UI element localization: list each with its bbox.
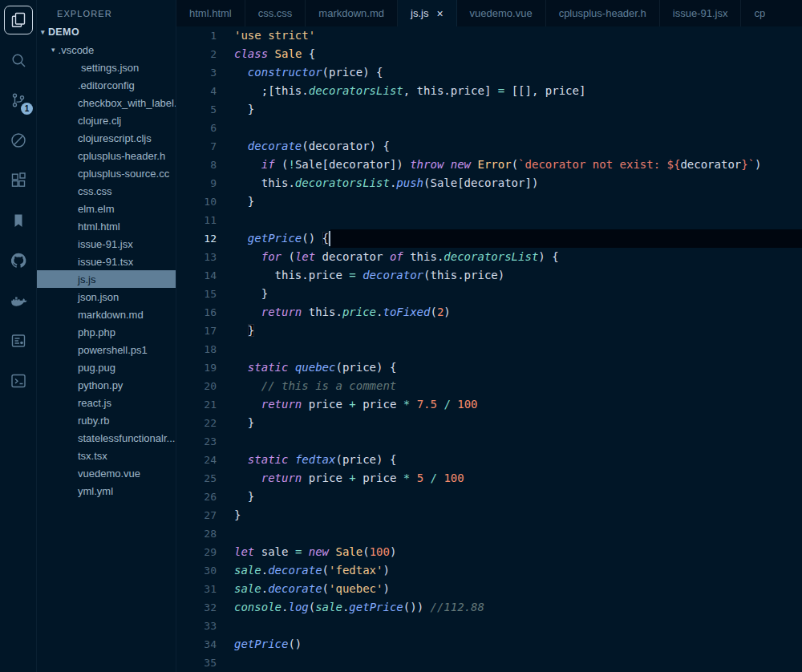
chevron-down-icon[interactable]: ▾: [41, 28, 45, 36]
code-line-text[interactable]: for (let decorator of this.decoratorsLis…: [234, 248, 559, 266]
code-line[interactable]: 23: [176, 432, 802, 451]
tab-css.css[interactable]: css.css: [245, 0, 306, 26]
code-line[interactable]: 27}: [176, 506, 802, 524]
tree-item[interactable]: clojurescript.cljs: [37, 129, 176, 147]
tree-item[interactable]: python.py: [37, 376, 176, 394]
code-line[interactable]: 3 constructor(price) {: [176, 63, 802, 82]
line-number[interactable]: 1: [176, 26, 234, 45]
tree-item[interactable]: .editorconfig: [37, 76, 176, 94]
code-line[interactable]: 14 this.price = decorator(this.price): [176, 266, 802, 285]
line-number[interactable]: 17: [176, 322, 234, 340]
tree-item[interactable]: yml.yml: [37, 482, 176, 500]
code-line-text[interactable]: let sale = new Sale(100): [234, 543, 396, 561]
tree-item[interactable]: pug.pug: [37, 358, 176, 376]
code-line-text[interactable]: console.log(sale.getPrice()) //112.88: [234, 598, 484, 617]
line-number[interactable]: 3: [176, 63, 234, 82]
notebook-icon[interactable]: [0, 321, 36, 361]
code-line-text[interactable]: sale.decorate('fedtax'): [234, 561, 390, 580]
line-number[interactable]: 32: [176, 598, 234, 617]
code-line-text[interactable]: }: [234, 414, 254, 432]
tree-item[interactable]: clojure.clj: [37, 111, 176, 129]
line-number[interactable]: 28: [176, 524, 234, 543]
tree-item[interactable]: checkbox_with_label...: [37, 94, 176, 111]
code-line-text[interactable]: static quebec(price) {: [234, 358, 396, 377]
code-line[interactable]: 2class Sale {: [176, 45, 802, 63]
line-number[interactable]: 30: [176, 561, 234, 580]
code-line[interactable]: 15 }: [176, 285, 802, 303]
code-line[interactable]: 16 return this.price.toFixed(2): [176, 303, 802, 322]
code-line-text[interactable]: ;[this.decoratorsList, this.price] = [[]…: [234, 82, 585, 100]
tab-js.js[interactable]: js.js×: [398, 0, 457, 26]
line-number[interactable]: 19: [176, 358, 234, 377]
code-line-text[interactable]: class Sale {: [234, 45, 315, 63]
line-number[interactable]: 14: [176, 266, 234, 285]
code-line[interactable]: 12 getPrice() {: [176, 229, 802, 248]
tree-item[interactable]: tsx.tsx: [37, 447, 176, 464]
circle-slash-icon[interactable]: [0, 120, 36, 160]
code-line[interactable]: 19 static quebec(price) {: [176, 358, 802, 377]
tab-issue-91.jsx[interactable]: issue-91.jsx: [660, 0, 742, 26]
tree-item[interactable]: powershell.ps1: [37, 341, 176, 358]
code-line[interactable]: 33: [176, 617, 802, 635]
code-line[interactable]: 20 // this is a comment: [176, 377, 802, 395]
code-line[interactable]: 28: [176, 524, 802, 543]
code-line-text[interactable]: // this is a comment: [234, 377, 396, 395]
search-icon[interactable]: [0, 40, 36, 80]
tab-close-icon[interactable]: ×: [436, 8, 443, 19]
tree-item[interactable]: react.js: [37, 394, 176, 411]
line-number[interactable]: 13: [176, 248, 234, 266]
line-number[interactable]: 23: [176, 432, 234, 451]
tree-item[interactable]: markdown.md: [37, 306, 176, 323]
tree-item[interactable]: statelessfunctionalr...: [37, 429, 176, 447]
tree-item[interactable]: cplusplus-source.cc: [37, 164, 176, 182]
bookmark-icon[interactable]: [0, 200, 36, 241]
source-control-icon[interactable]: 1: [0, 80, 36, 120]
line-number[interactable]: 22: [176, 414, 234, 432]
code-line[interactable]: 29let sale = new Sale(100): [176, 543, 802, 561]
line-number[interactable]: 29: [176, 543, 234, 561]
code-line-text[interactable]: }: [234, 285, 268, 303]
tree-folder[interactable]: ▾.vscode: [37, 41, 176, 59]
tab-html.html[interactable]: html.html: [176, 0, 245, 26]
line-number[interactable]: 10: [176, 192, 234, 211]
code-line[interactable]: 18: [176, 340, 802, 358]
line-number[interactable]: 16: [176, 303, 234, 322]
code-line-text[interactable]: constructor(price) {: [234, 63, 383, 82]
code-line-text[interactable]: this.decoratorsList.push(Sale[decorator]…: [234, 174, 538, 192]
tree-item[interactable]: settings.json: [37, 59, 176, 76]
code-line-text[interactable]: return price + price * 5 / 100: [234, 469, 464, 488]
code-line[interactable]: 31sale.decorate('quebec'): [176, 580, 802, 598]
github-icon[interactable]: [0, 241, 36, 281]
tree-item[interactable]: elm.elm: [37, 200, 176, 217]
code-line[interactable]: 5 }: [176, 100, 802, 119]
tree-root-demo[interactable]: ▾ DEMO: [37, 23, 176, 41]
code-line-text[interactable]: getPrice(): [234, 635, 302, 654]
code-line[interactable]: 25 return price + price * 5 / 100: [176, 469, 802, 488]
code-line[interactable]: 1'use strict': [176, 26, 802, 45]
tree-item[interactable]: js.js: [37, 270, 176, 288]
explorer-icon[interactable]: [0, 0, 36, 40]
tab-cp[interactable]: cp: [741, 0, 802, 26]
code-line-text[interactable]: }: [234, 100, 254, 119]
tab-markdown.md[interactable]: markdown.md: [306, 0, 398, 26]
code-line-text[interactable]: sale.decorate('quebec'): [234, 580, 390, 598]
code-line-text[interactable]: }: [234, 192, 254, 211]
line-number[interactable]: 9: [176, 174, 234, 192]
line-number[interactable]: 2: [176, 45, 234, 63]
line-number[interactable]: 4: [176, 82, 234, 100]
line-number[interactable]: 24: [176, 451, 234, 469]
line-number[interactable]: 25: [176, 469, 234, 488]
code-line[interactable]: 7 decorate(decorator) {: [176, 137, 802, 156]
code-line-text[interactable]: this.price = decorator(this.price): [234, 266, 504, 285]
code-line-text[interactable]: return this.price.toFixed(2): [234, 303, 451, 322]
code-line[interactable]: 34getPrice(): [176, 635, 802, 654]
code-line[interactable]: 24 static fedtax(price) {: [176, 451, 802, 469]
code-line-text[interactable]: if (!Sale[decorator]) throw new Error(`d…: [234, 156, 762, 174]
tree-item[interactable]: cplusplus-header.h: [37, 147, 176, 164]
code-line-text[interactable]: return price + price * 7.5 / 100: [234, 395, 478, 414]
tab-cplusplus-header.h[interactable]: cplusplus-header.h: [546, 0, 660, 26]
line-number[interactable]: 6: [176, 119, 234, 137]
tree-item[interactable]: issue-91.jsx: [37, 235, 176, 253]
code-line[interactable]: 4 ;[this.decoratorsList, this.price] = […: [176, 82, 802, 100]
code-line[interactable]: 30sale.decorate('fedtax'): [176, 561, 802, 580]
